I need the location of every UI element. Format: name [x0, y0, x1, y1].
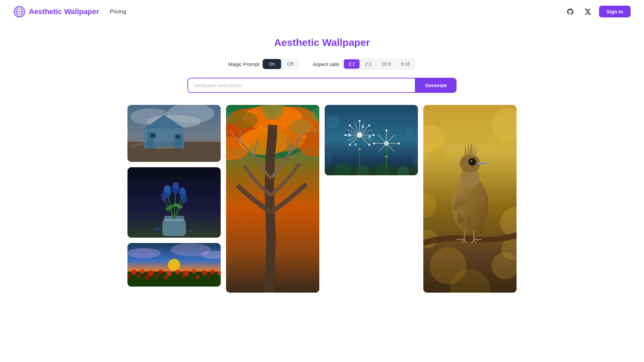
gallery-col-4 [423, 105, 517, 293]
svg-point-36 [161, 192, 167, 201]
github-button[interactable] [564, 6, 576, 18]
aspect-ratio-group: Aspect ratio 3:2 2:3 16:9 9:16 [313, 58, 416, 70]
gallery-image-blue-tulips[interactable] [127, 167, 221, 238]
logo-link[interactable]: Aesthetic Wallpaper [13, 6, 99, 18]
svg-point-5 [14, 6, 25, 17]
svg-point-123 [384, 141, 389, 146]
svg-point-118 [368, 144, 370, 146]
svg-point-81 [313, 128, 316, 132]
svg-point-121 [368, 135, 371, 138]
gallery-image-ruined-house[interactable] [127, 105, 221, 162]
svg-point-89 [405, 127, 415, 137]
svg-point-44 [168, 259, 180, 271]
header-left: Aesthetic Wallpaper Pricing [13, 6, 126, 18]
logo-text: Aesthetic Wallpaper [29, 7, 99, 16]
svg-point-122 [355, 143, 357, 146]
svg-point-61 [164, 276, 168, 280]
svg-point-53 [192, 269, 197, 274]
toggle-on-button[interactable]: On [263, 59, 281, 69]
search-input[interactable] [187, 78, 416, 93]
svg-point-76 [231, 112, 258, 128]
svg-point-33 [173, 182, 179, 189]
aspect-9-16-button[interactable]: 9:16 [396, 59, 415, 69]
magic-prompt-group: Magic Prompt On Off [228, 59, 300, 69]
aspect-buttons: 3:2 2:3 16:9 9:16 [343, 58, 416, 70]
svg-point-78 [247, 138, 251, 142]
svg-point-113 [344, 134, 346, 136]
svg-point-59 [145, 275, 150, 280]
svg-point-50 [166, 271, 172, 276]
svg-point-64 [208, 275, 211, 278]
magic-prompt-label: Magic Prompt [228, 61, 260, 67]
svg-point-111 [359, 120, 361, 122]
page-title: Aesthetic Wallpaper [127, 37, 517, 48]
svg-point-146 [430, 147, 446, 164]
svg-line-159 [464, 231, 465, 239]
gallery-image-bird[interactable] [423, 105, 517, 293]
svg-point-116 [368, 124, 370, 126]
search-row: Generate [127, 78, 517, 93]
controls-row: Magic Prompt On Off Aspect ratio 3:2 2:3… [127, 58, 517, 70]
svg-point-158 [480, 162, 483, 164]
svg-point-63 [196, 275, 200, 279]
svg-point-60 [156, 275, 159, 278]
svg-point-46 [131, 270, 137, 275]
svg-point-134 [373, 142, 375, 144]
gallery-image-dandelion[interactable] [325, 105, 418, 175]
gallery-col-3 [325, 105, 418, 175]
toggle-off-button[interactable]: Off [281, 59, 299, 69]
globe-icon [13, 6, 25, 18]
svg-point-82 [260, 125, 262, 128]
svg-point-135 [398, 142, 400, 144]
svg-point-54 [202, 270, 207, 276]
svg-point-58 [137, 274, 141, 278]
toggle-group: On Off [263, 59, 299, 69]
svg-rect-15 [151, 133, 156, 137]
svg-point-132 [385, 129, 387, 131]
generate-button[interactable]: Generate [416, 78, 456, 93]
svg-point-80 [231, 130, 234, 133]
svg-point-96 [357, 132, 362, 138]
gallery-col-1 [127, 105, 221, 287]
svg-point-147 [492, 135, 512, 155]
svg-point-88 [326, 115, 339, 128]
svg-rect-21 [162, 219, 186, 236]
x-button[interactable] [582, 6, 594, 18]
aspect-3-2-button[interactable]: 3:2 [344, 59, 360, 69]
svg-point-83 [283, 122, 286, 125]
main-content: Aesthetic Wallpaper Magic Prompt On Off … [121, 23, 523, 306]
svg-point-55 [210, 269, 215, 274]
gallery-image-sunset-poppies[interactable] [127, 243, 221, 287]
svg-point-37 [181, 194, 187, 203]
x-icon [584, 8, 591, 15]
svg-point-77 [289, 119, 313, 134]
svg-point-49 [158, 269, 163, 274]
header-right: Sign In [564, 6, 631, 18]
svg-point-120 [362, 125, 364, 128]
sign-in-button[interactable]: Sign In [599, 6, 631, 17]
svg-point-79 [303, 135, 306, 138]
aspect-2-3-button[interactable]: 2:3 [360, 59, 376, 69]
header: Aesthetic Wallpaper Pricing Sign In [0, 0, 644, 23]
svg-point-51 [175, 270, 180, 275]
gallery [127, 105, 517, 293]
github-icon [567, 8, 574, 15]
gallery-col-2 [226, 105, 319, 293]
svg-point-47 [140, 269, 145, 274]
aspect-ratio-label: Aspect ratio [313, 61, 339, 67]
svg-point-114 [373, 134, 375, 136]
svg-point-117 [349, 144, 351, 146]
svg-point-119 [348, 133, 351, 137]
svg-point-62 [181, 275, 184, 278]
svg-rect-16 [176, 135, 180, 138]
svg-point-156 [471, 161, 472, 162]
svg-point-31 [164, 185, 171, 193]
svg-point-35 [180, 187, 185, 194]
gallery-image-autumn-tree[interactable] [226, 105, 319, 293]
pricing-link[interactable]: Pricing [110, 9, 126, 15]
aspect-16-9-button[interactable]: 16:9 [377, 59, 395, 69]
svg-point-41 [127, 248, 161, 258]
svg-point-115 [349, 124, 351, 126]
svg-point-52 [183, 270, 189, 276]
